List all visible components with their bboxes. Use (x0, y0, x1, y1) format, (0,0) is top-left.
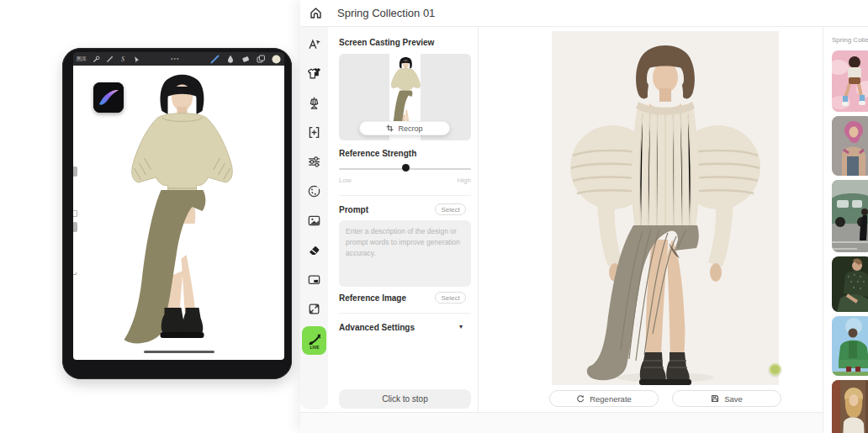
tablet-mockup: 图库 S ••• (62, 48, 292, 379)
tool-rail: LIVE (300, 27, 328, 409)
tablet-screen: 图库 S ••• (73, 52, 284, 360)
refresh-icon (576, 394, 585, 403)
home-indicator (144, 351, 214, 353)
result-area: Regenerate Save (478, 27, 823, 412)
procreate-app-icon[interactable] (93, 82, 124, 113)
generated-image[interactable] (552, 31, 779, 385)
text-design-tool[interactable] (307, 37, 321, 51)
reference-image-title: Reference Image (339, 293, 406, 303)
preview-section-title: Screen Casting Preview (339, 38, 434, 47)
garment-transfer-tool[interactable] (307, 66, 321, 81)
watermark-badge (769, 363, 781, 376)
stop-button[interactable]: Click to stop (339, 389, 471, 409)
strength-low-label: Low (339, 177, 352, 184)
style-palette-tool[interactable] (307, 184, 321, 198)
strength-high-label: High (458, 177, 471, 184)
eraser-tool[interactable] (307, 243, 321, 257)
canvas-options-icon[interactable]: ••• (171, 55, 179, 61)
generated-model (552, 31, 779, 385)
gallery-thumbnail[interactable] (832, 180, 868, 252)
strength-slider-thumb[interactable] (402, 164, 410, 172)
gallery-thumbnail[interactable] (832, 256, 868, 312)
chevron-down-icon[interactable]: ▾ (459, 323, 463, 330)
brush-icon[interactable] (210, 55, 220, 64)
settings-panel: Screen Casting Preview (328, 27, 478, 412)
reference-image-select-button[interactable]: Select (435, 292, 466, 304)
virtual-tryon-tool[interactable] (307, 96, 321, 110)
eraser-icon[interactable] (241, 55, 250, 63)
prompt-select-button[interactable]: Select (435, 203, 466, 215)
adjustments-tool[interactable] (307, 155, 321, 169)
selection-icon[interactable]: S (119, 55, 127, 63)
collection-rail-title: Spring Collection (832, 36, 868, 44)
transform-icon[interactable] (133, 55, 140, 63)
modify-button[interactable] (73, 210, 77, 217)
resize-tool[interactable] (307, 302, 321, 316)
brush-size-slider[interactable] (73, 166, 77, 177)
divider (339, 313, 471, 314)
collection-rail: Spring Collection (823, 27, 868, 433)
project-title: Spring Collection 01 (337, 7, 435, 19)
procreate-sidebar[interactable]: ↩ (73, 166, 78, 278)
actions-wrench-icon[interactable] (93, 55, 100, 63)
strength-labels: Low High (339, 177, 471, 184)
add-reference-tool[interactable] (307, 125, 321, 140)
live-painting-tool[interactable]: LIVE (302, 326, 326, 355)
action-row: Regenerate Save (549, 390, 781, 407)
gallery-thumbnail[interactable] (832, 380, 868, 433)
smudge-icon[interactable] (226, 55, 235, 63)
screen: 图库 S ••• (0, 0, 868, 433)
live-brush-icon: LIVE (305, 330, 324, 351)
gallery-thumbnail[interactable] (832, 50, 868, 112)
app-window: Spring Collection 01 (300, 0, 868, 433)
screen-casting-preview: Recrop (339, 54, 471, 140)
gallery-thumbnail[interactable] (832, 116, 868, 176)
strength-section-title: Reference Strength (339, 149, 416, 158)
undo-button[interactable]: ↩ (73, 271, 77, 278)
crop-icon (386, 124, 394, 132)
adjustments-wand-icon[interactable] (106, 55, 114, 63)
color-swatch[interactable] (272, 55, 281, 64)
regenerate-button[interactable]: Regenerate (549, 390, 659, 407)
prompt-section-title: Prompt (339, 205, 368, 214)
divider (339, 195, 471, 196)
recrop-button[interactable]: Recrop (359, 121, 450, 135)
svg-text:LIVE: LIVE (310, 346, 320, 350)
gallery-thumbnail[interactable] (832, 316, 868, 376)
app-header: Spring Collection 01 (300, 0, 868, 27)
gallery-button[interactable]: 图库 (77, 56, 87, 61)
opacity-slider[interactable] (73, 222, 77, 232)
layers-icon[interactable] (257, 55, 265, 63)
save-icon (711, 394, 719, 403)
home-icon (309, 6, 323, 20)
advanced-settings-title: Advanced Settings (339, 323, 415, 332)
procreate-toolbar: 图库 S ••• (73, 52, 284, 66)
image-tool[interactable] (307, 214, 321, 228)
prompt-input[interactable] (339, 220, 471, 287)
inpaint-tool[interactable] (307, 272, 321, 287)
save-button[interactable]: Save (672, 390, 781, 407)
svg-text:S: S (121, 56, 124, 63)
footer-strip (300, 412, 868, 433)
procreate-canvas[interactable]: ↩ (73, 66, 284, 360)
home-button[interactable] (300, 6, 331, 20)
